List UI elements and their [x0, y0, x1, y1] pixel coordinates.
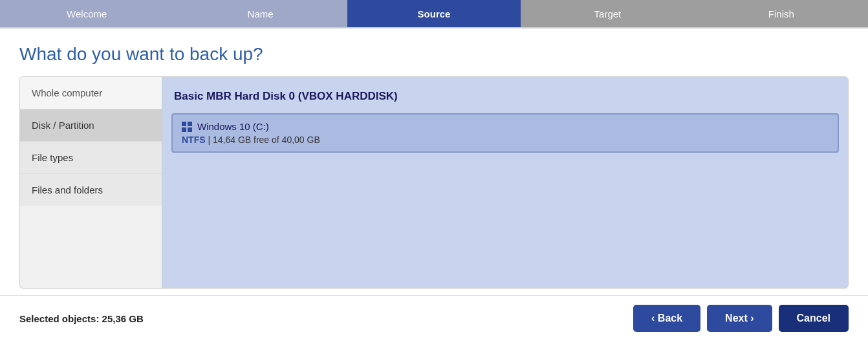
bottom-bar: Selected objects: 25,36 GB ‹ Back Next ›… — [0, 295, 868, 341]
source-options: Whole computer Disk / Partition File typ… — [19, 76, 162, 289]
next-button[interactable]: Next › — [707, 305, 772, 332]
wizard-tabs: Welcome Name Source Target Finish — [0, 0, 868, 28]
partition-name-label: Windows 10 (C:) — [197, 121, 269, 132]
option-whole-computer[interactable]: Whole computer — [20, 77, 162, 109]
tab-finish-label: Finish — [768, 8, 794, 19]
back-button[interactable]: ‹ Back — [633, 305, 700, 332]
cancel-button[interactable]: Cancel — [779, 305, 849, 332]
option-disk-partition[interactable]: Disk / Partition — [20, 109, 162, 142]
tab-source-label: Source — [418, 8, 451, 19]
svg-rect-2 — [182, 127, 186, 132]
source-panel: Basic MBR Hard Disk 0 (VBOX HARDDISK) Wi… — [162, 76, 849, 289]
svg-rect-0 — [182, 122, 186, 126]
ntfs-label: NTFS — [182, 135, 206, 145]
svg-rect-3 — [188, 127, 192, 132]
selected-info: Selected objects: 25,36 GB — [19, 313, 144, 324]
page-title: What do you want to back up? — [19, 44, 849, 65]
tab-finish[interactable]: Finish — [695, 0, 868, 27]
partition-details: NTFS | 14,64 GB free of 40,00 GB — [182, 135, 829, 145]
tab-target[interactable]: Target — [521, 0, 694, 27]
tab-name-label: Name — [248, 8, 274, 19]
tab-target-label: Target — [594, 8, 622, 19]
tab-source[interactable]: Source — [347, 0, 521, 27]
bottom-buttons: ‹ Back Next › Cancel — [633, 305, 849, 332]
main-content: What do you want to back up? Whole compu… — [0, 28, 868, 295]
partition-icon — [182, 122, 192, 132]
tab-welcome[interactable]: Welcome — [0, 0, 173, 27]
partition-item[interactable]: Windows 10 (C:) NTFS | 14,64 GB free of … — [171, 113, 839, 153]
tab-welcome-label: Welcome — [67, 8, 107, 19]
option-files-and-folders[interactable]: Files and folders — [20, 174, 162, 206]
partition-size-details: | 14,64 GB free of 40,00 GB — [208, 135, 320, 145]
svg-rect-1 — [188, 122, 192, 126]
option-file-types[interactable]: File types — [20, 142, 162, 174]
disk-header: Basic MBR Hard Disk 0 (VBOX HARDDISK) — [171, 86, 839, 107]
partition-name: Windows 10 (C:) — [182, 121, 829, 132]
tab-name[interactable]: Name — [173, 0, 347, 27]
source-area: Whole computer Disk / Partition File typ… — [19, 76, 849, 289]
